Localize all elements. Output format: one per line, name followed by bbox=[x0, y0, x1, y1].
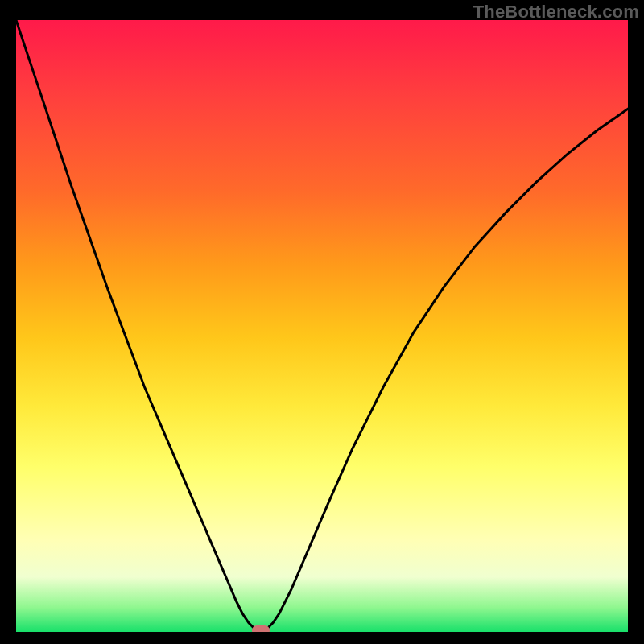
bottleneck-curve bbox=[16, 20, 628, 632]
plot-area bbox=[16, 20, 628, 632]
minimum-marker-icon bbox=[252, 625, 270, 632]
chart-frame: TheBottleneck.com bbox=[0, 0, 644, 644]
